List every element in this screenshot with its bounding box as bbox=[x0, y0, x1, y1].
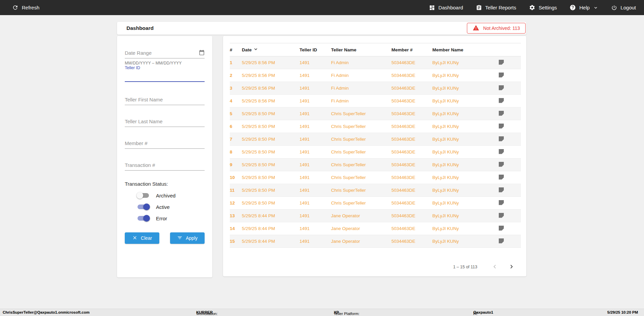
teller-name-cell: Chris SuperTeller bbox=[331, 162, 391, 167]
table-row[interactable]: 15/29/25 8:56 PM1491Fi Admin5034463DEByL… bbox=[230, 56, 521, 69]
top-nav-bar: Refresh Dashboard Teller Reports Setting… bbox=[0, 0, 644, 15]
table-row[interactable]: 55/29/25 8:50 PM1491Chris SuperTeller503… bbox=[230, 107, 521, 120]
teller-last-name-input[interactable] bbox=[125, 117, 205, 127]
note-icon[interactable] bbox=[499, 60, 504, 65]
note-icon[interactable] bbox=[499, 162, 504, 167]
table-row[interactable]: 105/29/25 8:50 PM1491Chris SuperTeller50… bbox=[230, 171, 521, 184]
note-icon[interactable] bbox=[499, 187, 504, 192]
col-member-name: Member Name bbox=[432, 47, 495, 52]
nav-dashboard[interactable]: Dashboard bbox=[429, 5, 463, 11]
member-number-cell: 5034463DE bbox=[391, 200, 432, 206]
status-toggle-archived[interactable]: Archived bbox=[125, 190, 209, 201]
member-number-cell: 5034463DE bbox=[391, 60, 432, 65]
col-date-sortable[interactable]: Date bbox=[242, 46, 300, 53]
member-name-cell: ByLyJI KUNy bbox=[432, 86, 495, 91]
chevron-left-icon bbox=[491, 263, 498, 271]
teller-name-cell: Chris SuperTeller bbox=[331, 175, 391, 180]
teller-name-cell: Chris SuperTeller bbox=[331, 188, 391, 193]
note-icon[interactable] bbox=[499, 124, 504, 129]
apply-button[interactable]: Apply bbox=[170, 232, 205, 244]
toggle-switch[interactable] bbox=[137, 215, 150, 222]
member-name-cell: ByLyJI KUNy bbox=[432, 149, 495, 154]
date-range-input[interactable] bbox=[125, 48, 205, 58]
teller-id-cell: 1491 bbox=[300, 73, 331, 78]
note-icon[interactable] bbox=[499, 73, 504, 78]
note-icon[interactable] bbox=[499, 85, 504, 90]
teller-name-cell: Chris SuperTeller bbox=[331, 111, 391, 116]
note-icon[interactable] bbox=[499, 149, 504, 154]
table-row[interactable]: 35/29/25 8:56 PM1491Fi Admin5034463DEByL… bbox=[230, 82, 521, 95]
member-number-cell: 5034463DE bbox=[391, 162, 432, 167]
date-cell: 5/29/25 8:50 PM bbox=[242, 200, 300, 206]
row-number-cell: 11 bbox=[230, 188, 242, 193]
clear-button[interactable]: Clear bbox=[125, 232, 159, 244]
note-icon[interactable] bbox=[499, 213, 504, 218]
teller-name-cell: Chris SuperTeller bbox=[331, 137, 391, 142]
table-row[interactable]: 115/29/25 8:50 PM1491Chris SuperTeller50… bbox=[230, 184, 521, 197]
teller-name-cell: Fi Admin bbox=[331, 98, 391, 103]
nav-help[interactable]: Help bbox=[570, 4, 598, 11]
row-number-cell: 8 bbox=[230, 149, 242, 154]
table-row[interactable]: 85/29/25 8:50 PM1491Chris SuperTeller503… bbox=[230, 146, 521, 159]
note-icon[interactable] bbox=[499, 175, 504, 180]
teller-id-input[interactable] bbox=[125, 71, 205, 82]
table-row[interactable]: 125/29/25 8:50 PM1491Chris SuperTeller50… bbox=[230, 197, 521, 210]
chevron-right-icon bbox=[508, 263, 515, 271]
teller-name-cell: Jane Operator bbox=[331, 226, 391, 231]
transaction-number-input[interactable] bbox=[125, 161, 205, 171]
teller-name-cell: Chris SuperTeller bbox=[331, 149, 391, 154]
status-toggles: ArchivedActiveError bbox=[125, 190, 209, 224]
date-cell: 5/29/25 8:56 PM bbox=[242, 86, 300, 91]
note-icon[interactable] bbox=[499, 226, 504, 231]
calendar-icon[interactable] bbox=[199, 50, 205, 56]
table-row[interactable]: 145/29/25 8:44 PM1491Jane Operator503446… bbox=[230, 222, 521, 235]
sort-desc-icon bbox=[253, 46, 259, 53]
teller-id-cell: 1491 bbox=[300, 86, 331, 91]
teller-id-cell: 1491 bbox=[300, 188, 331, 193]
note-icon[interactable] bbox=[499, 200, 504, 205]
table-row[interactable]: 155/29/25 8:44 PM1491Jane Operator503446… bbox=[230, 235, 521, 248]
nav-teller-reports[interactable]: Teller Reports bbox=[476, 5, 517, 11]
teller-id-cell: 1491 bbox=[300, 98, 331, 103]
teller-id-cell: 1491 bbox=[300, 60, 331, 65]
table-row[interactable]: 65/29/25 8:50 PM1491Chris SuperTeller503… bbox=[230, 120, 521, 133]
status-toggle-active[interactable]: Active bbox=[125, 201, 209, 213]
date-cell: 5/29/25 8:44 PM bbox=[242, 239, 300, 244]
nav-settings[interactable]: Settings bbox=[529, 4, 557, 11]
member-number-input[interactable] bbox=[125, 139, 205, 149]
not-archived-label: Not Archived: 113 bbox=[483, 26, 520, 31]
note-icon[interactable] bbox=[499, 136, 504, 141]
date-cell: 5/29/25 8:50 PM bbox=[242, 188, 300, 193]
toggle-switch[interactable] bbox=[137, 192, 150, 199]
table-row[interactable]: 45/29/25 8:56 PM1491Fi Admin5034463DEByL… bbox=[230, 95, 521, 107]
status-datetime: 5/29/25 10:20 PM bbox=[607, 310, 638, 314]
member-number-cell: 5034463DE bbox=[391, 86, 432, 91]
nav-label: Dashboard bbox=[438, 5, 463, 10]
member-number-cell: 5034463DE bbox=[391, 149, 432, 154]
teller-platform-info: Teller Platform: XP bbox=[334, 310, 339, 314]
gear-icon bbox=[529, 4, 535, 11]
status-bar: ChrisSuperTeller@Qaxpauto1.onmicrosoft.c… bbox=[0, 309, 644, 316]
row-number-cell: 2 bbox=[230, 73, 242, 78]
table-row[interactable]: 75/29/25 8:50 PM1491Chris SuperTeller503… bbox=[230, 133, 521, 146]
table-row[interactable]: 135/29/25 8:44 PM1491Jane Operator503446… bbox=[230, 210, 521, 222]
table-body: 15/29/25 8:56 PM1491Fi Admin5034463DEByL… bbox=[230, 56, 521, 248]
note-icon[interactable] bbox=[499, 238, 504, 243]
table-row[interactable]: 95/29/25 8:50 PM1491Chris SuperTeller503… bbox=[230, 159, 521, 171]
nav-label: Settings bbox=[539, 5, 557, 10]
page-title: Dashboard bbox=[126, 25, 154, 31]
toggle-switch[interactable] bbox=[137, 204, 150, 210]
note-icon[interactable] bbox=[499, 98, 504, 103]
status-toggle-error[interactable]: Error bbox=[125, 213, 209, 224]
toggle-label: Error bbox=[156, 216, 167, 221]
refresh-button[interactable]: Refresh bbox=[12, 4, 40, 11]
teller-first-name-input[interactable] bbox=[125, 95, 205, 105]
previous-page-button[interactable] bbox=[488, 260, 501, 274]
nav-logout[interactable]: Logout bbox=[611, 5, 636, 11]
col-teller-id: Teller ID bbox=[300, 47, 331, 52]
teller-name-cell: Jane Operator bbox=[331, 239, 391, 244]
note-icon[interactable] bbox=[499, 111, 504, 116]
table-row[interactable]: 25/29/25 8:56 PM1491Fi Admin5034463DEByL… bbox=[230, 69, 521, 82]
next-page-button[interactable] bbox=[505, 260, 518, 274]
fi-info: FI: Qaxpauto1 bbox=[473, 310, 493, 314]
